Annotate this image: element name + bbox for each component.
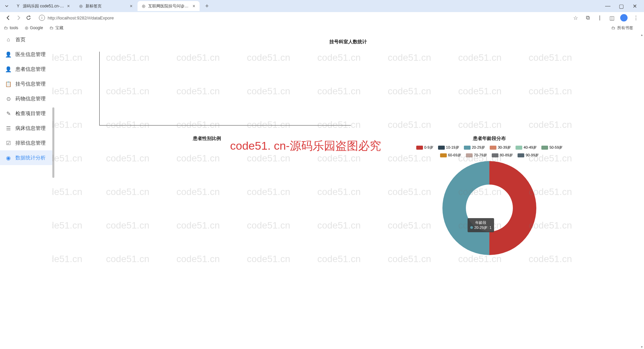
extension-icon[interactable]: ⧉ — [583, 13, 592, 22]
legend-swatch-icon — [438, 146, 445, 150]
legend-item[interactable]: 0-9岁 — [416, 145, 433, 150]
sidebar-item-label: 数据统计分析 — [15, 155, 46, 161]
new-tab-button[interactable]: + — [202, 1, 212, 11]
donut-slice-20-29[interactable] — [442, 161, 489, 255]
maximize-button[interactable]: ▢ — [614, 1, 628, 11]
sidebar-item-icon: ✎ — [5, 110, 12, 117]
tab-close-icon[interactable]: × — [129, 4, 133, 8]
watermark-text: code51.cn — [52, 52, 82, 63]
sidebar-item-label: 药物信息管理 — [15, 96, 46, 102]
watermark-text: code51.cn — [388, 52, 431, 63]
watermark-text: code51.cn — [529, 86, 572, 97]
scroll-up-icon[interactable]: ▴ — [639, 32, 644, 37]
bookmark-item[interactable]: ◎Google — [25, 25, 43, 31]
legend-item[interactable]: 50-59岁 — [541, 145, 562, 150]
sidebar-item[interactable]: ☰病床信息管理 — [0, 121, 52, 136]
legend-item[interactable]: 60-69岁 — [440, 153, 461, 158]
bookmark-item[interactable]: 🗀宝藏 — [50, 25, 63, 31]
content-scrollbar[interactable]: ▴ ▾ — [639, 32, 644, 349]
legend-item[interactable]: 10-19岁 — [438, 145, 459, 150]
bookmark-favicon-icon: 🗀 — [4, 26, 8, 30]
sidepanel-icon[interactable]: ◫ — [607, 13, 616, 22]
watermark-text: code51.cn — [52, 86, 82, 97]
all-bookmarks[interactable]: 🗀 所有书签 — [611, 25, 633, 31]
bar-chart-area — [99, 52, 351, 126]
forward-button[interactable] — [13, 13, 23, 23]
legend-item[interactable]: 20-29岁 — [464, 145, 485, 150]
watermark-text: code51.cn — [458, 52, 501, 63]
sidebar-item[interactable]: ⊙药物信息管理 — [0, 91, 52, 106]
watermark-text: code51.cn — [529, 119, 572, 130]
watermark-text: code51.cn — [388, 254, 431, 264]
watermark-text: code51.cn — [247, 254, 290, 264]
bar-chart-title: 挂号科室人数统计 — [66, 39, 631, 45]
legend-item[interactable]: 70-79岁 — [466, 153, 487, 158]
legend-swatch-icon — [516, 146, 522, 150]
legend-item[interactable]: 80-89岁 — [492, 153, 513, 158]
donut-slice-0-9[interactable] — [489, 161, 536, 255]
scroll-down-icon[interactable]: ▾ — [639, 344, 644, 349]
tab-title: 源码乐园 code51.cn-项目论文... — [23, 3, 65, 9]
sidebar-item-icon: ⌂ — [5, 36, 12, 43]
tab-title: 互联网医院挂号问诊系统 — [148, 3, 190, 9]
browser-tab[interactable]: ◎新标签页× — [75, 1, 137, 11]
site-info-icon[interactable]: i — [39, 15, 45, 21]
profile-avatar[interactable] — [619, 13, 629, 22]
browser-chrome: Y源码乐园 code51.cn-项目论文...×◎新标签页×◎互联网医院挂号问诊… — [0, 0, 644, 32]
legend-swatch-icon — [490, 146, 496, 150]
legend-item[interactable]: 90-99岁 — [518, 153, 539, 158]
minimize-button[interactable]: — — [601, 1, 614, 11]
close-window-button[interactable]: ✕ — [628, 1, 641, 11]
tab-bar: Y源码乐园 code51.cn-项目论文...×◎新标签页×◎互联网医院挂号问诊… — [0, 0, 644, 12]
watermark-text: code51.cn — [317, 254, 361, 264]
bookmark-item[interactable]: 🗀tools — [4, 25, 18, 31]
sidebar-item[interactable]: 📋挂号信息管理 — [0, 77, 52, 91]
sidebar-item[interactable]: ◉数据统计分析 — [0, 150, 52, 165]
sidebar-item-icon: ☑ — [5, 139, 12, 147]
sidebar-item-icon: ◉ — [5, 154, 12, 161]
sidebar-item[interactable]: 👤患者信息管理 — [0, 62, 52, 77]
legend-swatch-icon — [466, 153, 473, 157]
favorite-icon[interactable]: ☆ — [571, 13, 580, 22]
sidebar-item-icon: ☰ — [5, 124, 12, 132]
app-container: ⌂首页👤医生信息管理👤患者信息管理📋挂号信息管理⊙药物信息管理✎检查项目管理☰病… — [0, 32, 644, 349]
browser-tab[interactable]: Y源码乐园 code51.cn-项目论文...× — [12, 1, 74, 11]
address-bar: i http://localhost:9282/#/dataExpore ☆ ⧉… — [0, 12, 644, 23]
watermark-text: code51.cn — [458, 86, 501, 97]
browser-tab[interactable]: ◎互联网医院挂号问诊系统× — [138, 1, 200, 11]
sidebar-item-icon: ⊙ — [5, 95, 12, 102]
bookmarks-bar: 🗀tools◎Google🗀宝藏 🗀 所有书签 — [0, 23, 644, 32]
legend-item[interactable]: 40-49岁 — [516, 145, 537, 150]
sidebar-item-label: 首页 — [15, 37, 25, 43]
sidebar: ⌂首页👤医生信息管理👤患者信息管理📋挂号信息管理⊙药物信息管理✎检查项目管理☰病… — [0, 32, 52, 349]
url-bar[interactable]: i http://localhost:9282/#/dataExpore — [36, 13, 566, 23]
reload-button[interactable] — [23, 13, 34, 23]
watermark-text: code51.cn — [176, 254, 220, 264]
sidebar-item-label: 挂号信息管理 — [15, 81, 46, 87]
tab-close-icon[interactable]: × — [66, 4, 71, 8]
watermark-text: code51.cn — [52, 119, 82, 130]
sidebar-item[interactable]: 👤医生信息管理 — [0, 47, 52, 62]
watermark-text: code51.cn — [529, 254, 572, 264]
watermark-text: code51.cn — [388, 86, 431, 97]
sidebar-item[interactable]: ☑排班信息管理 — [0, 136, 52, 150]
legend-item[interactable]: 30-39岁 — [490, 145, 511, 150]
age-chart-title: 患者年龄段分布 — [348, 136, 631, 142]
main-content: code51.cncode51.cncode51.cncode51.cncode… — [52, 32, 644, 349]
back-button[interactable] — [3, 13, 13, 23]
watermark-text: code51.cn — [52, 254, 82, 264]
legend-swatch-icon — [492, 153, 498, 157]
tab-close-icon[interactable]: × — [192, 4, 196, 8]
menu-icon[interactable]: ⋮ — [631, 13, 641, 22]
bookmark-favicon-icon: 🗀 — [50, 26, 54, 30]
tab-favicon-icon: ◎ — [78, 3, 84, 9]
sidebar-item-label: 排班信息管理 — [15, 140, 46, 146]
sidebar-item[interactable]: ✎检查项目管理 — [0, 106, 52, 121]
watermark-banner: code51. cn-源码乐园盗图必究 — [230, 138, 381, 154]
age-donut-chart[interactable]: 年龄段 20-29岁: 1 — [442, 161, 536, 255]
tab-dropdown[interactable] — [3, 2, 11, 10]
tab-title: 新标签页 — [86, 3, 127, 9]
watermark-text: code51.cn — [106, 254, 149, 264]
sidebar-item[interactable]: ⌂首页 — [0, 32, 52, 47]
separator-icon: | — [595, 13, 604, 22]
